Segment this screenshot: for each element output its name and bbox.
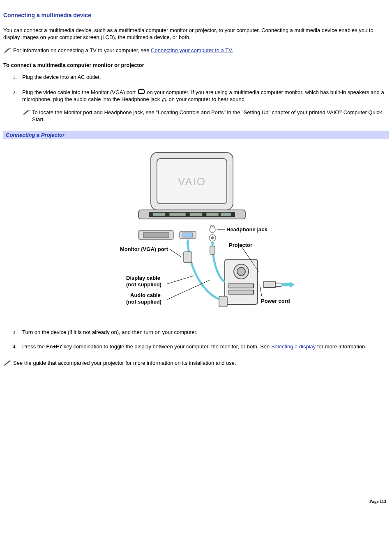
page-number: Page 113 bbox=[3, 498, 389, 504]
svg-line-41 bbox=[260, 285, 262, 296]
tv-note-text: For information on connecting a TV to yo… bbox=[13, 47, 151, 53]
svg-rect-11 bbox=[169, 213, 186, 216]
svg-text:VAIO: VAIO bbox=[178, 175, 206, 188]
svg-point-4 bbox=[28, 110, 30, 111]
steps-list-continued: Turn on the device (if it is not already… bbox=[18, 329, 389, 350]
end-note-text: See the guide that accompanied your proj… bbox=[13, 359, 236, 367]
svg-rect-2 bbox=[162, 100, 164, 101]
step-3: Turn on the device (if it is not already… bbox=[18, 329, 389, 336]
sub-heading: To connect a multimedia computer monitor… bbox=[3, 62, 389, 69]
step2-text-a: Plug the video cable into the Monitor (V… bbox=[22, 89, 137, 95]
step4-c: for more information. bbox=[316, 343, 367, 350]
svg-rect-16 bbox=[143, 233, 169, 237]
svg-line-38 bbox=[169, 249, 182, 257]
label-vga: Monitor (VGA) port bbox=[120, 246, 168, 252]
svg-rect-14 bbox=[221, 213, 231, 216]
tv-link[interactable]: Connecting your computer to a TV. bbox=[151, 47, 233, 53]
svg-rect-33 bbox=[210, 246, 215, 254]
projector-diagram: VAIO bbox=[97, 144, 295, 317]
svg-point-42 bbox=[9, 360, 11, 362]
step4-b: key combination to toggle the display be… bbox=[62, 343, 271, 350]
svg-rect-3 bbox=[165, 100, 166, 101]
section-bar: Connecting a Projector bbox=[3, 131, 389, 140]
svg-marker-35 bbox=[211, 242, 214, 246]
page-title: Connecting a multimedia device bbox=[3, 12, 389, 19]
svg-point-19 bbox=[210, 227, 215, 233]
svg-rect-1 bbox=[138, 90, 144, 94]
svg-line-40 bbox=[167, 280, 210, 299]
figure: VAIO bbox=[3, 144, 389, 319]
step4-a: Press the bbox=[22, 343, 46, 350]
svg-rect-31 bbox=[184, 252, 192, 263]
label-power: Power cord bbox=[261, 298, 290, 304]
end-note: See the guide that accompanied your proj… bbox=[3, 359, 389, 367]
label-audio-cable2: (not supplied) bbox=[126, 299, 161, 305]
svg-rect-32 bbox=[219, 296, 227, 307]
vga-port-icon bbox=[137, 88, 145, 96]
tv-note: For information on connecting a TV to yo… bbox=[3, 47, 389, 54]
intro-paragraph: You can connect a multimedia device, suc… bbox=[3, 27, 389, 41]
step-2: Plug the video cable into the Monitor (V… bbox=[18, 88, 389, 123]
svg-rect-10 bbox=[153, 213, 165, 216]
note-icon bbox=[3, 359, 12, 366]
label-display-cable2: (not supplied) bbox=[126, 281, 161, 288]
svg-point-21 bbox=[211, 237, 214, 239]
selecting-display-link[interactable]: Selecting a display bbox=[271, 343, 316, 350]
svg-line-39 bbox=[167, 276, 194, 284]
step-4: Press the Fn+F7 key combination to toggl… bbox=[18, 343, 389, 350]
label-projector: Projector bbox=[229, 242, 252, 248]
step2-note-a: To locate the Monitor port and Headphone… bbox=[32, 109, 339, 115]
steps-list: Plug the device into an AC outlet. Plug … bbox=[18, 74, 389, 123]
svg-rect-26 bbox=[229, 290, 254, 294]
svg-rect-27 bbox=[264, 282, 275, 288]
svg-marker-30 bbox=[290, 281, 295, 288]
svg-rect-13 bbox=[206, 213, 219, 216]
step4-key: Fn+F7 bbox=[46, 343, 62, 350]
step2-note: To locate the Monitor port and Headphone… bbox=[22, 109, 389, 123]
svg-point-0 bbox=[9, 48, 11, 49]
note-icon bbox=[22, 109, 30, 115]
svg-rect-12 bbox=[190, 213, 202, 216]
svg-point-24 bbox=[237, 267, 245, 276]
svg-rect-18 bbox=[183, 233, 193, 237]
note-icon bbox=[3, 47, 12, 53]
label-display-cable: Display cable bbox=[126, 275, 160, 281]
label-audio-cable: Audio cable bbox=[130, 292, 161, 298]
step2-text-c: on your computer to hear sound. bbox=[169, 96, 246, 102]
step-1: Plug the device into an AC outlet. bbox=[18, 74, 389, 81]
label-headphone: Headphone jack bbox=[226, 226, 267, 233]
headphone-icon bbox=[161, 96, 167, 103]
svg-rect-25 bbox=[229, 284, 254, 288]
